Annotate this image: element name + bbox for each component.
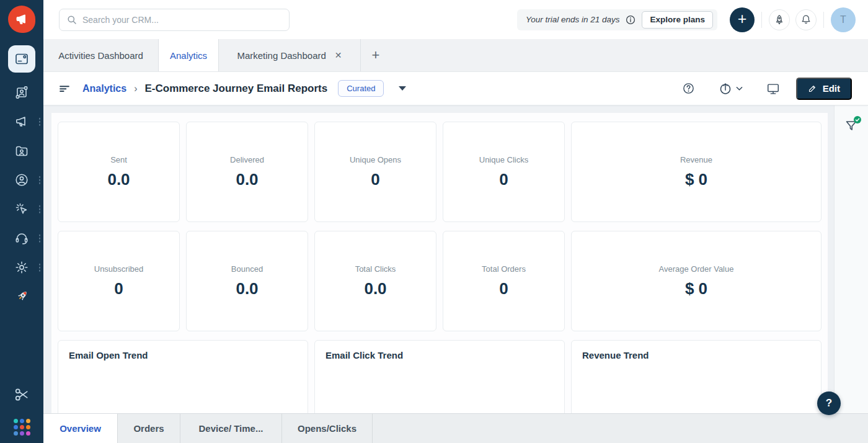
topbar-divider (761, 12, 762, 28)
share-icon (719, 82, 732, 96)
report-toolbar: Edit (682, 78, 852, 100)
tab-activities-dashboard[interactable]: Activities Dashboard (43, 39, 159, 71)
edit-button[interactable]: Edit (796, 78, 852, 100)
gear-icon (14, 260, 29, 275)
tab-marketing-dashboard[interactable]: Marketing Dashboard ✕ (219, 39, 361, 71)
user-avatar[interactable]: T (831, 7, 856, 32)
metric-value: 0 (499, 170, 508, 189)
sidebar-item-automations[interactable] (0, 200, 43, 218)
search-icon (67, 15, 77, 25)
sidebar-item-settings[interactable] (0, 258, 43, 277)
new-tab-button[interactable]: + (361, 39, 391, 71)
audiences-kebab-menu[interactable] (39, 176, 41, 184)
app-switcher-icon[interactable] (14, 419, 30, 436)
campaigns-kebab-menu[interactable] (39, 118, 41, 126)
headset-icon (14, 231, 29, 246)
contact-folder-icon (14, 143, 29, 158)
search-input[interactable] (82, 15, 281, 25)
sidebar-item-shortcuts[interactable] (0, 385, 43, 404)
tab-analytics[interactable]: Analytics (159, 39, 219, 71)
journeys-icon (14, 85, 29, 100)
page-title: E-Commerce Journey Email Reports (144, 83, 327, 95)
bell-icon (800, 14, 812, 25)
metric-card-unique-opens: Unique Opens 0 (314, 122, 436, 222)
metric-value: $ 0 (685, 279, 707, 298)
tab-device-time[interactable]: Device/ Time... (180, 414, 282, 443)
report-list-icon[interactable] (58, 82, 71, 96)
search-box[interactable] (59, 9, 290, 31)
report-content: Sent 0.0 Delivered 0.0 Unique Opens 0 Un… (43, 105, 868, 443)
sidebar-item-dashboards[interactable] (0, 45, 43, 73)
chart-title: Revenue Trend (582, 350, 810, 360)
present-monitor-icon[interactable] (766, 82, 780, 96)
report-header-bar: Analytics › E-Commerce Journey Email Rep… (43, 72, 868, 105)
help-fab-button[interactable]: ? (817, 392, 841, 415)
trial-banner: Your trial ends in 21 days Explore plans (517, 9, 717, 30)
tab-label: Activities Dashboard (58, 50, 143, 61)
question-mark-icon: ? (826, 397, 832, 409)
tab-label: Device/ Time... (199, 423, 264, 434)
metric-card-average-order-value: Average Order Value $ 0 (571, 231, 822, 331)
dashboard-tab-bar: Activities Dashboard Analytics Marketing… (43, 39, 868, 72)
help-circle-icon[interactable] (682, 82, 695, 95)
metric-label: Average Order Value (659, 264, 734, 274)
metric-card-bounced: Bounced 0.0 (186, 231, 308, 331)
tab-label: Analytics (170, 50, 207, 61)
avatar-initial: T (840, 14, 846, 25)
sidebar-item-audiences[interactable] (0, 171, 43, 189)
metric-card-sent: Sent 0.0 (58, 122, 180, 222)
tab-label: Opens/Clicks (298, 423, 356, 434)
metric-row-1: Sent 0.0 Delivered 0.0 Unique Opens 0 Un… (58, 122, 822, 222)
sidebar-item-contacts[interactable] (0, 141, 43, 160)
settings-kebab-menu[interactable] (39, 264, 41, 272)
metric-label: Delivered (230, 155, 264, 164)
whats-new-button[interactable] (769, 9, 790, 30)
sidebar-item-journeys[interactable] (0, 83, 43, 102)
metric-label: Total Clicks (355, 264, 396, 274)
chevron-down-icon (736, 86, 743, 91)
tab-orders[interactable]: Orders (118, 414, 180, 443)
metric-value: 0.0 (364, 279, 386, 298)
left-sidebar (0, 0, 43, 443)
info-icon[interactable] (626, 15, 636, 25)
chart-title: Email Open Trend (69, 350, 297, 360)
tab-opens-clicks[interactable]: Opens/Clicks (282, 414, 373, 443)
notifications-button[interactable] (795, 9, 817, 30)
tab-label: Orders (133, 423, 164, 434)
metric-card-unsubscribed: Unsubscribed 0 (58, 231, 180, 331)
close-icon[interactable]: ✕ (335, 50, 342, 60)
tab-overview[interactable]: Overview (43, 414, 118, 443)
sidebar-item-getting-started[interactable] (0, 287, 43, 306)
automations-kebab-menu[interactable] (39, 205, 41, 213)
metric-value: 0.0 (107, 170, 130, 189)
rocket-icon (14, 289, 30, 305)
metric-card-unique-clicks: Unique Clicks 0 (443, 122, 565, 222)
metric-card-revenue: Revenue $ 0 (571, 122, 822, 222)
top-bar: Your trial ends in 21 days Explore plans… (43, 0, 868, 39)
report-dropdown-caret[interactable] (399, 86, 406, 91)
app-window: Your trial ends in 21 days Explore plans… (0, 0, 868, 443)
filters-button[interactable] (844, 119, 859, 133)
sidebar-item-support[interactable] (0, 229, 43, 248)
explore-plans-button[interactable]: Explore plans (642, 11, 713, 29)
sidebar-item-campaigns[interactable] (0, 112, 43, 131)
rocket-outline-icon (774, 14, 785, 25)
export-menu[interactable] (719, 82, 743, 96)
metric-label: Total Orders (482, 264, 526, 274)
quick-add-button[interactable]: + (730, 7, 755, 32)
breadcrumb-analytics-link[interactable]: Analytics (82, 83, 126, 94)
metric-value: 0.0 (236, 279, 258, 298)
support-kebab-menu[interactable] (39, 235, 41, 243)
metric-value: 0 (371, 170, 379, 189)
topbar-divider (823, 12, 824, 28)
report-panel: Sent 0.0 Delivered 0.0 Unique Opens 0 Un… (51, 113, 828, 443)
metric-card-total-orders: Total Orders 0 (443, 231, 565, 331)
metric-label: Unique Clicks (479, 155, 528, 164)
dashboard-icon (14, 51, 29, 66)
megaphone-icon (14, 114, 29, 129)
trial-text: Your trial ends in 21 days (526, 15, 620, 24)
metric-card-total-clicks: Total Clicks 0.0 (314, 231, 436, 331)
click-cursor-icon (14, 202, 29, 217)
chart-title: Email Click Trend (326, 350, 554, 360)
edit-label: Edit (823, 83, 840, 94)
